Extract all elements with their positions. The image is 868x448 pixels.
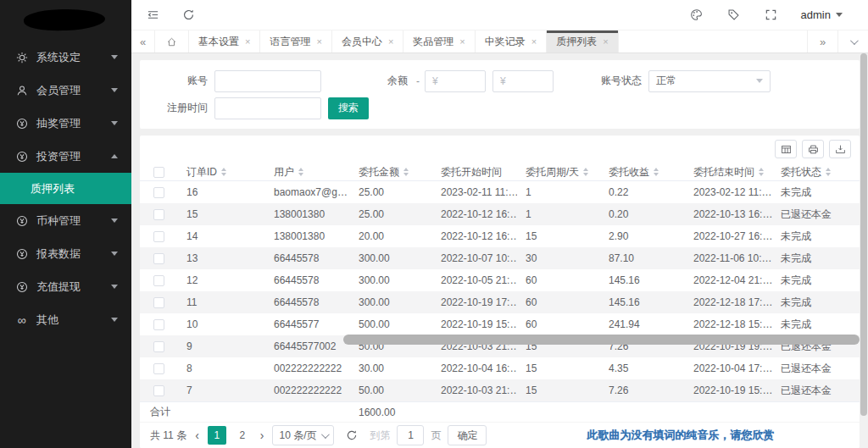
- status-select[interactable]: 正常: [648, 70, 771, 92]
- column-header-profit[interactable]: 委托收益: [600, 165, 685, 180]
- row-checkbox[interactable]: [153, 341, 164, 352]
- page-button-1[interactable]: 1: [208, 426, 226, 445]
- cell-amount: 300.00: [350, 296, 432, 308]
- tab-member-center[interactable]: 会员中心 ×: [332, 30, 403, 53]
- row-checkbox[interactable]: [153, 231, 164, 242]
- row-checkbox[interactable]: [153, 209, 164, 220]
- register-time-input[interactable]: [214, 97, 321, 119]
- fullscreen-icon[interactable]: [764, 8, 779, 23]
- row-checkbox[interactable]: [153, 253, 164, 264]
- admin-app: 系统设定 会员管理 抽奖管理 投资管理: [0, 0, 868, 448]
- sort-icon[interactable]: [583, 168, 588, 176]
- row-checkbox[interactable]: [153, 275, 164, 286]
- collapse-left-icon[interactable]: «: [131, 30, 155, 53]
- cell-amount: 50.00: [350, 384, 432, 396]
- sidebar-item-reports[interactable]: 报表数据: [0, 237, 131, 270]
- pagination: 共 11 条 ‹ 1 2 › 10 条/页 到第 页 确定: [140, 422, 860, 448]
- select-all-checkbox[interactable]: [153, 167, 164, 178]
- user-menu[interactable]: admin: [801, 8, 843, 21]
- column-header-status[interactable]: 委托状态: [772, 165, 860, 180]
- close-icon[interactable]: ×: [245, 36, 250, 47]
- row-checkbox-cell: [140, 209, 178, 220]
- tab-pledge-list[interactable]: 质押列表 ×: [547, 30, 618, 53]
- row-checkbox-cell: [140, 253, 178, 264]
- sidebar-item-investment[interactable]: 投资管理: [0, 140, 131, 173]
- page-button-2[interactable]: 2: [233, 426, 252, 445]
- tab-language[interactable]: 语言管理 ×: [260, 30, 331, 53]
- cell-profit: 0.22: [600, 186, 685, 198]
- goto-unit: 页: [431, 429, 441, 443]
- column-header-end-time[interactable]: 委托结束时间: [685, 165, 772, 180]
- balance-max-input[interactable]: [492, 70, 554, 92]
- sidebar-item-pledge-list[interactable]: 质押列表: [0, 173, 131, 204]
- tab-basic-settings[interactable]: 基本设置 ×: [189, 30, 260, 53]
- close-icon[interactable]: ×: [316, 36, 321, 47]
- tab-label: 会员中心: [342, 35, 382, 49]
- horizontal-scrollbar[interactable]: [343, 335, 860, 345]
- sidebar-item-recharge-withdraw[interactable]: 充值提现: [0, 270, 131, 303]
- close-icon[interactable]: ×: [388, 36, 393, 47]
- cell-end_time: 2022-12-18 15:…: [685, 318, 772, 330]
- cell-user: 66445577: [265, 318, 350, 330]
- columns-icon[interactable]: [775, 140, 797, 158]
- confirm-button[interactable]: 确定: [448, 425, 487, 445]
- cell-order_id: 9: [178, 340, 265, 352]
- chevron-double-right-icon[interactable]: »: [807, 30, 837, 53]
- next-page-button[interactable]: ›: [259, 429, 266, 442]
- column-header-amount[interactable]: 委托金额: [350, 165, 432, 180]
- cell-start_time: 2022-10-04 16:…: [432, 362, 517, 374]
- tab-prize-management[interactable]: 奖品管理 ×: [403, 30, 475, 53]
- cell-period: 60: [517, 318, 600, 330]
- sidebar: 系统设定 会员管理 抽奖管理 投资管理: [0, 0, 131, 448]
- tab-winning-records[interactable]: 中奖记录 ×: [476, 30, 547, 53]
- search-button[interactable]: 搜索: [328, 97, 369, 119]
- row-checkbox-cell: [140, 297, 178, 308]
- tab-label: 中奖记录: [485, 35, 526, 49]
- tag-icon[interactable]: [726, 8, 742, 23]
- cell-period: 60: [517, 274, 600, 286]
- vertical-scrollbar[interactable]: [860, 53, 867, 416]
- export-icon[interactable]: [829, 140, 851, 158]
- cell-profit: 241.94: [600, 318, 685, 330]
- goto-page-input[interactable]: [397, 425, 424, 445]
- printer-icon[interactable]: [802, 140, 824, 158]
- row-checkbox[interactable]: [153, 187, 164, 198]
- home-icon[interactable]: [155, 30, 189, 53]
- chevron-down-icon: [111, 252, 118, 256]
- cell-start_time: 2022-10-19 15:…: [432, 318, 517, 330]
- sort-icon[interactable]: [221, 168, 226, 176]
- account-input[interactable]: [214, 70, 321, 92]
- balance-min-input[interactable]: [425, 70, 486, 92]
- sidebar-item-currency[interactable]: 币种管理: [0, 204, 131, 237]
- column-header-user[interactable]: 用户: [265, 165, 350, 180]
- row-checkbox[interactable]: [153, 385, 164, 396]
- row-checkbox[interactable]: [153, 297, 164, 308]
- row-checkbox[interactable]: [153, 319, 164, 330]
- palette-icon[interactable]: [689, 8, 704, 23]
- close-icon[interactable]: ×: [603, 36, 608, 47]
- sidebar-item-other[interactable]: ∞ 其他: [0, 303, 131, 336]
- sort-icon[interactable]: [826, 168, 831, 176]
- close-icon[interactable]: ×: [531, 36, 537, 47]
- column-header-period[interactable]: 委托周期/天: [517, 165, 600, 180]
- sidebar-item-system-settings[interactable]: 系统设定: [0, 41, 131, 74]
- sidebar-item-members[interactable]: 会员管理: [0, 74, 131, 107]
- prev-page-button[interactable]: ‹: [193, 429, 201, 442]
- cell-period: 15: [517, 384, 600, 396]
- refresh-icon[interactable]: [346, 429, 358, 441]
- chevron-down-icon[interactable]: [837, 30, 868, 53]
- sort-icon[interactable]: [759, 168, 764, 176]
- row-checkbox[interactable]: [153, 363, 164, 374]
- page-size-select[interactable]: 10 条/页: [272, 425, 334, 445]
- table-row: 1366445578300.002022-10-07 10:…3087.1020…: [140, 247, 860, 269]
- refresh-icon[interactable]: [181, 8, 196, 23]
- table-body: 16baomaox7@g…25.002023-02-11 11:…10.2220…: [140, 181, 860, 401]
- username: admin: [801, 8, 831, 21]
- sidebar-item-lottery[interactable]: 抽奖管理: [0, 107, 131, 140]
- sort-icon[interactable]: [298, 168, 303, 176]
- close-icon[interactable]: ×: [459, 36, 465, 47]
- sort-icon[interactable]: [403, 168, 409, 176]
- sort-icon[interactable]: [654, 168, 659, 176]
- menu-fold-icon[interactable]: [145, 8, 160, 23]
- column-header-order-id[interactable]: 订单ID: [178, 165, 265, 180]
